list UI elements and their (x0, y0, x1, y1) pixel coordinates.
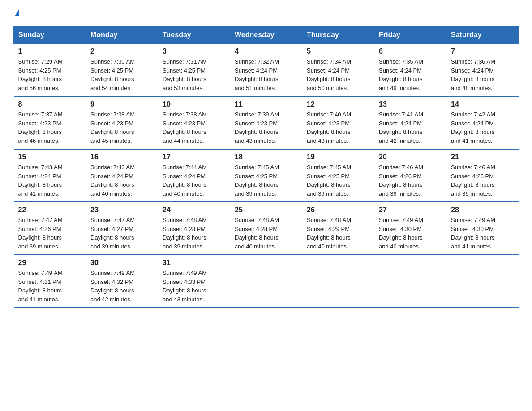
day-info: Sunrise: 7:46 AM Sunset: 4:26 PM Dayligh… (451, 163, 514, 198)
day-info: Sunrise: 7:49 AM Sunset: 4:32 PM Dayligh… (90, 269, 153, 304)
day-cell-2: 2 Sunrise: 7:30 AM Sunset: 4:25 PM Dayli… (86, 44, 158, 97)
empty-cell (446, 255, 519, 308)
day-number: 25 (235, 206, 297, 214)
day-info: Sunrise: 7:29 AM Sunset: 4:25 PM Dayligh… (18, 57, 82, 92)
day-cell-26: 26 Sunrise: 7:48 AM Sunset: 4:29 PM Dayl… (302, 202, 374, 255)
day-cell-13: 13 Sunrise: 7:41 AM Sunset: 4:24 PM Dayl… (374, 96, 446, 149)
day-info: Sunrise: 7:42 AM Sunset: 4:24 PM Dayligh… (451, 110, 514, 145)
week-row-5: 29 Sunrise: 7:49 AM Sunset: 4:31 PM Dayl… (14, 255, 519, 308)
day-number: 29 (18, 259, 82, 267)
day-number: 26 (307, 206, 369, 214)
day-info: Sunrise: 7:44 AM Sunset: 4:24 PM Dayligh… (163, 163, 225, 198)
day-info: Sunrise: 7:37 AM Sunset: 4:23 PM Dayligh… (18, 110, 82, 145)
day-info: Sunrise: 7:40 AM Sunset: 4:23 PM Dayligh… (307, 110, 369, 145)
day-info: Sunrise: 7:46 AM Sunset: 4:26 PM Dayligh… (379, 163, 442, 198)
day-number: 12 (307, 100, 369, 108)
day-info: Sunrise: 7:43 AM Sunset: 4:24 PM Dayligh… (90, 163, 153, 198)
day-number: 4 (235, 47, 297, 56)
day-cell-9: 9 Sunrise: 7:38 AM Sunset: 4:23 PM Dayli… (86, 96, 158, 149)
day-cell-14: 14 Sunrise: 7:42 AM Sunset: 4:24 PM Dayl… (446, 96, 519, 149)
week-row-3: 15 Sunrise: 7:43 AM Sunset: 4:24 PM Dayl… (14, 149, 519, 202)
week-row-4: 22 Sunrise: 7:47 AM Sunset: 4:26 PM Dayl… (14, 202, 519, 255)
day-number: 5 (307, 47, 369, 56)
day-info: Sunrise: 7:45 AM Sunset: 4:25 PM Dayligh… (235, 163, 297, 198)
day-cell-4: 4 Sunrise: 7:32 AM Sunset: 4:24 PM Dayli… (230, 44, 302, 97)
day-cell-18: 18 Sunrise: 7:45 AM Sunset: 4:25 PM Dayl… (230, 149, 302, 202)
day-cell-28: 28 Sunrise: 7:49 AM Sunset: 4:30 PM Dayl… (446, 202, 519, 255)
week-row-2: 8 Sunrise: 7:37 AM Sunset: 4:23 PM Dayli… (14, 96, 519, 149)
day-number: 13 (379, 100, 442, 108)
day-info: Sunrise: 7:48 AM Sunset: 4:28 PM Dayligh… (235, 216, 297, 251)
day-number: 7 (451, 47, 514, 56)
day-number: 16 (90, 153, 153, 161)
logo (13, 9, 19, 17)
day-number: 11 (235, 100, 297, 108)
day-info: Sunrise: 7:39 AM Sunset: 4:23 PM Dayligh… (235, 110, 297, 145)
day-cell-3: 3 Sunrise: 7:31 AM Sunset: 4:25 PM Dayli… (158, 44, 230, 97)
day-number: 9 (90, 100, 153, 108)
header-wednesday: Wednesday (230, 26, 302, 44)
day-info: Sunrise: 7:35 AM Sunset: 4:24 PM Dayligh… (379, 57, 442, 92)
header-sunday: Sunday (14, 26, 86, 44)
logo-triangle-icon (15, 9, 19, 16)
day-number: 21 (451, 153, 514, 161)
day-number: 23 (90, 206, 153, 214)
day-info: Sunrise: 7:48 AM Sunset: 4:29 PM Dayligh… (307, 216, 369, 251)
day-cell-17: 17 Sunrise: 7:44 AM Sunset: 4:24 PM Dayl… (158, 149, 230, 202)
day-cell-5: 5 Sunrise: 7:34 AM Sunset: 4:24 PM Dayli… (302, 44, 374, 97)
day-cell-10: 10 Sunrise: 7:38 AM Sunset: 4:23 PM Dayl… (158, 96, 230, 149)
day-cell-20: 20 Sunrise: 7:46 AM Sunset: 4:26 PM Dayl… (374, 149, 446, 202)
day-info: Sunrise: 7:41 AM Sunset: 4:24 PM Dayligh… (379, 110, 442, 145)
day-cell-22: 22 Sunrise: 7:47 AM Sunset: 4:26 PM Dayl… (14, 202, 86, 255)
day-number: 3 (163, 47, 225, 56)
day-cell-15: 15 Sunrise: 7:43 AM Sunset: 4:24 PM Dayl… (14, 149, 86, 202)
day-info: Sunrise: 7:43 AM Sunset: 4:24 PM Dayligh… (18, 163, 82, 198)
empty-cell (302, 255, 374, 308)
day-cell-8: 8 Sunrise: 7:37 AM Sunset: 4:23 PM Dayli… (14, 96, 86, 149)
day-cell-16: 16 Sunrise: 7:43 AM Sunset: 4:24 PM Dayl… (86, 149, 158, 202)
day-cell-23: 23 Sunrise: 7:47 AM Sunset: 4:27 PM Dayl… (86, 202, 158, 255)
day-info: Sunrise: 7:49 AM Sunset: 4:33 PM Dayligh… (163, 269, 225, 304)
day-info: Sunrise: 7:47 AM Sunset: 4:26 PM Dayligh… (18, 216, 82, 251)
day-cell-7: 7 Sunrise: 7:36 AM Sunset: 4:24 PM Dayli… (446, 44, 519, 97)
day-cell-6: 6 Sunrise: 7:35 AM Sunset: 4:24 PM Dayli… (374, 44, 446, 97)
day-info: Sunrise: 7:38 AM Sunset: 4:23 PM Dayligh… (90, 110, 153, 145)
day-number: 28 (451, 206, 514, 214)
day-number: 17 (163, 153, 225, 161)
day-cell-19: 19 Sunrise: 7:45 AM Sunset: 4:25 PM Dayl… (302, 149, 374, 202)
calendar-header-row: SundayMondayTuesdayWednesdayThursdayFrid… (14, 26, 519, 44)
day-info: Sunrise: 7:48 AM Sunset: 4:28 PM Dayligh… (163, 216, 225, 251)
header-monday: Monday (86, 26, 158, 44)
header-saturday: Saturday (446, 26, 519, 44)
day-number: 8 (18, 100, 82, 108)
day-number: 27 (379, 206, 442, 214)
header-tuesday: Tuesday (158, 26, 230, 44)
header-friday: Friday (374, 26, 446, 44)
day-number: 24 (163, 206, 225, 214)
day-cell-25: 25 Sunrise: 7:48 AM Sunset: 4:28 PM Dayl… (230, 202, 302, 255)
day-cell-24: 24 Sunrise: 7:48 AM Sunset: 4:28 PM Dayl… (158, 202, 230, 255)
day-cell-11: 11 Sunrise: 7:39 AM Sunset: 4:23 PM Dayl… (230, 96, 302, 149)
day-info: Sunrise: 7:49 AM Sunset: 4:31 PM Dayligh… (18, 269, 82, 304)
header-thursday: Thursday (302, 26, 374, 44)
day-cell-21: 21 Sunrise: 7:46 AM Sunset: 4:26 PM Dayl… (446, 149, 519, 202)
day-number: 19 (307, 153, 369, 161)
day-number: 14 (451, 100, 514, 108)
day-number: 15 (18, 153, 82, 161)
day-info: Sunrise: 7:45 AM Sunset: 4:25 PM Dayligh… (307, 163, 369, 198)
day-info: Sunrise: 7:38 AM Sunset: 4:23 PM Dayligh… (163, 110, 225, 145)
day-info: Sunrise: 7:49 AM Sunset: 4:30 PM Dayligh… (379, 216, 442, 251)
page-header (13, 9, 519, 17)
week-row-1: 1 Sunrise: 7:29 AM Sunset: 4:25 PM Dayli… (14, 44, 519, 97)
day-info: Sunrise: 7:31 AM Sunset: 4:25 PM Dayligh… (163, 57, 225, 92)
day-cell-29: 29 Sunrise: 7:49 AM Sunset: 4:31 PM Dayl… (14, 255, 86, 308)
day-number: 30 (90, 259, 153, 267)
day-info: Sunrise: 7:32 AM Sunset: 4:24 PM Dayligh… (235, 57, 297, 92)
day-number: 6 (379, 47, 442, 56)
day-cell-12: 12 Sunrise: 7:40 AM Sunset: 4:23 PM Dayl… (302, 96, 374, 149)
empty-cell (374, 255, 446, 308)
day-info: Sunrise: 7:34 AM Sunset: 4:24 PM Dayligh… (307, 57, 369, 92)
calendar-table: SundayMondayTuesdayWednesdayThursdayFrid… (13, 26, 519, 308)
day-number: 18 (235, 153, 297, 161)
empty-cell (230, 255, 302, 308)
